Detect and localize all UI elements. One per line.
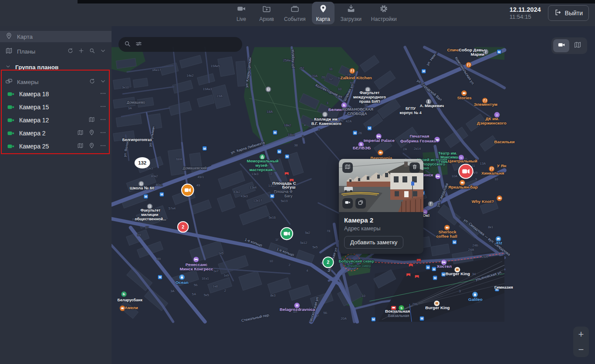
top-bar: LiveАрхивСобытияКартаЗагрузкиНастройки 1…: [0, 0, 595, 26]
nav-item-settings[interactable]: Настройки: [368, 2, 400, 24]
plans-layer-button[interactable]: [569, 39, 585, 52]
camera-list-item[interactable]: Камера 2: [0, 127, 112, 140]
refresh-icon[interactable]: [89, 78, 95, 86]
more-menu-icon[interactable]: [100, 142, 106, 150]
camera-list-item[interactable]: Камера 15: [0, 101, 112, 114]
svg-text:2: 2: [327, 260, 329, 265]
building-number: 10: [362, 294, 365, 298]
search-icon: [124, 40, 131, 49]
camera-icon: [7, 116, 15, 124]
map-poi-label: Театр им.: [438, 151, 457, 155]
search-icon[interactable]: [89, 47, 95, 55]
nav-item-map[interactable]: Карта: [312, 2, 335, 24]
map-pin-icon: [5, 32, 13, 41]
search-input[interactable]: [146, 41, 237, 48]
more-menu-icon[interactable]: [100, 129, 106, 137]
nav-item-downloads[interactable]: Загрузки: [337, 2, 365, 24]
svg-text:М: М: [274, 131, 276, 135]
map-poi-label: Школа № 60: [130, 186, 154, 190]
map-poi-label: милиции: [141, 212, 159, 217]
poi-hotel-icon[interactable]: [435, 173, 441, 179]
add-plan-icon[interactable]: [78, 47, 85, 55]
more-menu-icon[interactable]: [100, 90, 106, 98]
map-poi-label: Burger King: [425, 305, 450, 310]
map-poi-label: Домашево: [127, 100, 145, 104]
poi-restaurant-icon[interactable]: [466, 62, 471, 67]
poi-education-icon[interactable]: [265, 87, 271, 92]
logout-button[interactable]: Выйти: [548, 5, 589, 21]
show-on-plan-icon[interactable]: [77, 142, 84, 150]
cluster-marker[interactable]: 132: [135, 157, 150, 169]
poi-hotel-icon[interactable]: [193, 256, 199, 262]
sidebar-plan-group[interactable]: Группа планов: [0, 61, 112, 73]
poi-bank-b-icon[interactable]: Б: [121, 291, 127, 297]
chevron-down-icon[interactable]: [100, 78, 106, 86]
map-search-bar[interactable]: [118, 37, 242, 52]
filter-sliders-icon[interactable]: [135, 40, 142, 49]
poi-shopping-icon[interactable]: [179, 274, 185, 280]
map-poi-label: Минск Конгресс: [180, 266, 214, 271]
map-canvas[interactable]: 68А80к380к280к149/14957к47167693Ак1714к2…: [112, 26, 595, 364]
building-number: 20А: [312, 74, 318, 78]
nav-item-live[interactable]: Live: [230, 2, 253, 24]
sidebar-cameras-header[interactable]: Камеры: [0, 76, 112, 88]
poi-cafe-icon[interactable]: [497, 195, 502, 201]
nav-label: Загрузки: [341, 16, 362, 22]
building-number: 2к14: [414, 147, 421, 151]
cluster-marker[interactable]: 2: [178, 222, 188, 232]
map-poi-label: Ренессанс: [186, 262, 208, 267]
show-on-map-icon[interactable]: [88, 142, 95, 150]
zoom-out-button[interactable]: −: [573, 342, 589, 357]
zoom-in-button[interactable]: +: [573, 327, 589, 342]
sidebar-item-map[interactable]: Карта: [0, 31, 112, 42]
camera-list-item[interactable]: Камера 25: [0, 140, 112, 153]
svg-text:М: М: [159, 275, 161, 279]
cameras-layer-button[interactable]: [553, 39, 569, 52]
building-number: 3к10: [122, 85, 129, 89]
map-poi-label: Ок!: [423, 213, 430, 218]
poi-education-icon[interactable]: [322, 111, 328, 117]
camera-marker[interactable]: [459, 164, 473, 179]
metro-icon: М: [452, 240, 457, 245]
building-number: 20: [321, 75, 325, 79]
more-menu-icon[interactable]: [100, 103, 106, 111]
building-number: 3А: [170, 289, 175, 293]
cluster-marker[interactable]: 2: [323, 257, 333, 267]
chevron-down-icon[interactable]: [100, 47, 106, 55]
svg-text:М: М: [368, 126, 371, 130]
show-on-plan-button[interactable]: [342, 162, 353, 173]
delete-button[interactable]: [409, 162, 420, 173]
more-menu-icon[interactable]: [100, 116, 106, 124]
camera-list-item[interactable]: Камера 18: [0, 88, 112, 101]
map-poi-label: Печатная: [409, 134, 429, 138]
map-poi-label: Беларусбанк: [118, 298, 143, 302]
nav-item-archive[interactable]: Архив: [255, 2, 278, 24]
building-number: 3: [327, 101, 328, 105]
map-poi-label: А. Мицкевич: [420, 104, 444, 108]
show-on-plan-icon[interactable]: [88, 116, 95, 124]
nav-item-events[interactable]: События: [281, 2, 309, 24]
camera-marker[interactable]: [182, 184, 194, 196]
show-on-map-icon[interactable]: [88, 129, 95, 137]
camera-marker[interactable]: [281, 228, 293, 240]
refresh-icon[interactable]: [67, 47, 74, 55]
show-on-plan-icon[interactable]: [77, 129, 84, 137]
poi-flag-icon[interactable]: [428, 201, 433, 207]
sidebar-item-plans[interactable]: Планы: [0, 45, 112, 58]
poi-shopping-icon[interactable]: [472, 292, 478, 297]
add-note-button[interactable]: Добавить заметку: [344, 236, 403, 249]
copy-view-button[interactable]: [355, 198, 366, 209]
map-poi-label: Belagrozdravnica: [280, 307, 315, 312]
building-number: 1к8: [213, 284, 218, 288]
svg-text:М: М: [372, 317, 375, 321]
map-layer-switcher: [551, 37, 587, 54]
svg-text:М: М: [271, 194, 274, 198]
building-number: 7: [318, 128, 320, 132]
open-video-button[interactable]: [342, 198, 353, 209]
main-navigation: LiveАрхивСобытияКартаЗагрузкиНастройки: [230, 0, 400, 26]
camera-list-item[interactable]: Камера 12: [0, 114, 112, 127]
poi-restaurant-icon[interactable]: [349, 68, 355, 74]
poi-cafe-icon[interactable]: [378, 150, 383, 155]
cameras-actions: [89, 78, 106, 86]
svg-text:132: 132: [138, 160, 146, 165]
